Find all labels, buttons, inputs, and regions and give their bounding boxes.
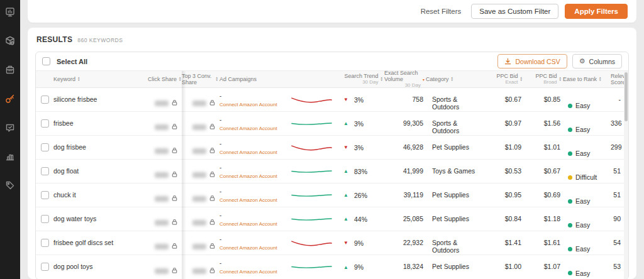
connect-amazon-account-link[interactable]: Connect Amazon Account bbox=[219, 102, 290, 107]
column-header-keyword[interactable]: Keyword▲▼ bbox=[53, 76, 148, 82]
sort-icon[interactable]: ▲▼ bbox=[599, 77, 601, 82]
scrollbar-thumb[interactable] bbox=[625, 72, 628, 121]
connect-amazon-account-link[interactable]: Connect Amazon Account bbox=[219, 269, 290, 275]
ad-campaigns-value: - bbox=[219, 140, 290, 147]
analytics-chart-icon[interactable] bbox=[5, 151, 16, 161]
row-checkbox[interactable] bbox=[41, 119, 49, 128]
column-label: Exact Search Volume bbox=[384, 70, 421, 82]
table-row: frisbee-Connect Amazon Account▲3%99,305S… bbox=[36, 112, 628, 136]
columns-button[interactable]: ⚙ Columns bbox=[572, 54, 622, 68]
dashboard-icon[interactable] bbox=[5, 6, 16, 17]
ease-label: Easy bbox=[575, 126, 590, 133]
row-checkbox[interactable] bbox=[41, 167, 49, 175]
ppc-bid-broad-cell: $1.56 bbox=[524, 112, 563, 135]
column-header-cat[interactable]: Category▲▼ bbox=[426, 76, 485, 82]
row-checkbox[interactable] bbox=[41, 143, 49, 151]
table-row: dog water toys-Connect Amazon Account▲44… bbox=[36, 207, 628, 231]
column-header-top3[interactable]: Top 3 Conv. Share▲▼ bbox=[182, 73, 219, 85]
search-trend-cell: ▼3% bbox=[290, 136, 384, 159]
ad-campaigns-cell: -Connect Amazon Account bbox=[219, 88, 290, 111]
lock-icon bbox=[171, 243, 178, 251]
connect-amazon-account-link[interactable]: Connect Amazon Account bbox=[219, 126, 290, 131]
ease-status-dot bbox=[568, 247, 572, 251]
tag-icon[interactable] bbox=[5, 180, 16, 190]
product-box-icon[interactable] bbox=[5, 35, 16, 46]
blurred-value bbox=[192, 124, 206, 130]
column-header-broad[interactable]: PPC BidBroad▲▼ bbox=[524, 73, 563, 85]
keyword-cell: dog float bbox=[53, 160, 148, 183]
select-all-checkbox[interactable] bbox=[42, 57, 50, 65]
vertical-scrollbar[interactable] bbox=[624, 71, 628, 279]
keyword-cell: silicone frisbee bbox=[53, 88, 148, 111]
table-row: dog frisbee-Connect Amazon Account▼3%46,… bbox=[36, 136, 628, 160]
connect-amazon-account-link[interactable]: Connect Amazon Account bbox=[219, 173, 290, 179]
category-cell: Sports & Outdoors bbox=[426, 88, 485, 111]
blurred-value bbox=[192, 172, 206, 178]
ease-to-rank-cell: Easy bbox=[563, 183, 611, 207]
reset-filters-button[interactable]: Reset Filters bbox=[417, 5, 465, 18]
ad-campaigns-value: - bbox=[219, 92, 290, 99]
ad-campaigns-value: - bbox=[219, 260, 290, 266]
blurred-value bbox=[155, 148, 169, 154]
trend-percent: 44% bbox=[354, 216, 367, 223]
trend-up-icon: ▲ bbox=[343, 168, 349, 174]
column-sublabel: 30 Day bbox=[362, 79, 378, 85]
download-csv-label: Download CSV bbox=[515, 58, 560, 65]
category-cell: Toys & Games bbox=[426, 160, 485, 183]
sort-icon[interactable]: ▲▼ bbox=[179, 77, 181, 82]
column-header-click[interactable]: Click Share▲▼ bbox=[148, 76, 182, 82]
apply-filters-button[interactable]: Apply Filters bbox=[565, 4, 628, 19]
search-volume-cell: 18,324 bbox=[384, 255, 426, 279]
row-checkbox[interactable] bbox=[41, 239, 49, 247]
column-label: Category bbox=[426, 76, 449, 82]
sort-icon[interactable]: ▲▼ bbox=[520, 77, 523, 82]
column-label: Ad Campaigns bbox=[219, 76, 257, 82]
column-label: Ease to Rank bbox=[563, 76, 597, 82]
table-toolbar: Select All Download CSV ⚙ Columns bbox=[36, 52, 628, 71]
column-header-exact[interactable]: PPC BidExact▲▼ bbox=[485, 73, 524, 85]
trend-sparkline bbox=[290, 119, 334, 129]
row-checkbox[interactable] bbox=[41, 215, 49, 223]
sort-icon[interactable]: ▲▼ bbox=[451, 77, 453, 82]
column-header-ease[interactable]: Ease to Rank▲▼ bbox=[563, 76, 611, 82]
keyword-key-icon[interactable] bbox=[5, 93, 16, 104]
column-header-vol[interactable]: Exact Search Volume30 Day▾ bbox=[384, 70, 426, 89]
download-csv-button[interactable]: Download CSV bbox=[497, 54, 567, 68]
trend-sparkline bbox=[290, 190, 334, 200]
lock-icon bbox=[171, 219, 178, 227]
blurred-value bbox=[155, 124, 169, 130]
ppc-bid-exact-cell: $0.53 bbox=[485, 160, 524, 183]
sort-icon[interactable]: ▲▼ bbox=[216, 77, 218, 82]
reviews-chat-icon[interactable] bbox=[5, 122, 16, 133]
sort-icon[interactable]: ▲▼ bbox=[77, 77, 80, 82]
top3-conv-share-locked-cell bbox=[182, 160, 219, 183]
column-header-trend[interactable]: Search Trend30 Day▲▼ bbox=[290, 73, 384, 85]
lock-icon bbox=[209, 171, 216, 179]
ppc-bid-exact-cell: $0.84 bbox=[485, 207, 524, 231]
connect-amazon-account-link[interactable]: Connect Amazon Account bbox=[219, 245, 290, 251]
ppc-bid-exact-cell: $1.41 bbox=[485, 231, 524, 254]
results-title: RESULTS bbox=[36, 35, 72, 44]
ease-label: Easy bbox=[575, 150, 590, 157]
trend-up-icon: ▲ bbox=[343, 121, 349, 126]
ad-campaigns-cell: -Connect Amazon Account bbox=[219, 207, 290, 231]
click-share-locked-cell bbox=[148, 88, 182, 111]
columns-label: Columns bbox=[589, 58, 615, 65]
sort-active-icon[interactable]: ▾ bbox=[423, 77, 425, 82]
row-checkbox[interactable] bbox=[41, 96, 49, 104]
search-trend-cell: ▲3% bbox=[290, 112, 384, 135]
connect-amazon-account-link[interactable]: Connect Amazon Account bbox=[219, 197, 290, 203]
keyword-cell: chuck it bbox=[53, 183, 148, 207]
category-cell: Pet Supplies bbox=[426, 207, 485, 231]
portfolio-icon[interactable] bbox=[5, 64, 16, 75]
ease-to-rank-cell: Easy bbox=[563, 255, 611, 279]
save-custom-filter-button[interactable]: Save as Custom Filter bbox=[471, 4, 558, 19]
row-checkbox[interactable] bbox=[41, 191, 49, 199]
row-checkbox[interactable] bbox=[41, 263, 49, 271]
sort-icon[interactable]: ▲▼ bbox=[559, 77, 562, 82]
main-content: Reset Filters Save as Custom Filter Appl… bbox=[20, 0, 644, 279]
select-all-label: Select All bbox=[57, 58, 87, 65]
sort-icon[interactable]: ▲▼ bbox=[380, 77, 383, 82]
connect-amazon-account-link[interactable]: Connect Amazon Account bbox=[219, 150, 290, 155]
connect-amazon-account-link[interactable]: Connect Amazon Account bbox=[219, 221, 290, 227]
